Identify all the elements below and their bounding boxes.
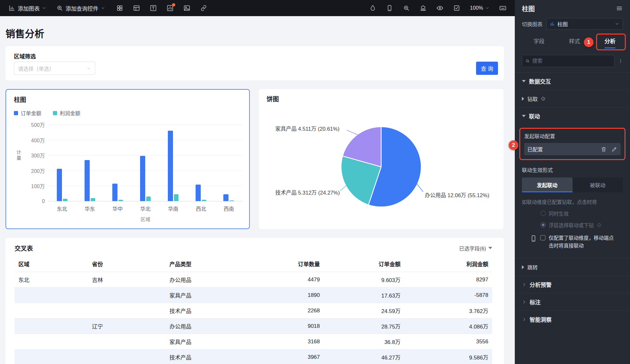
query-button[interactable]: 查 询	[476, 62, 498, 75]
page-title: 销售分析	[5, 26, 44, 40]
bar-chart-card[interactable]: 柱图 订单金额利润金额 计量 500万400万300万200万100万0 东北华…	[5, 89, 250, 229]
section-annotation[interactable]: 标注	[515, 293, 630, 310]
bar-利润金额[interactable]	[146, 197, 151, 201]
todo-check-icon[interactable]	[453, 5, 460, 12]
mobile-linkage-checkbox[interactable]	[540, 235, 545, 240]
section-analysis-alert[interactable]: 分析预警	[515, 276, 630, 293]
bar-chart-icon	[550, 22, 554, 26]
linkage-effect-tabs: 发起联动 被联动	[522, 177, 623, 192]
section-label: 钻取	[527, 95, 538, 103]
table-row[interactable]: 家具产品189017.63万-5878	[15, 288, 492, 303]
legend-label: 利润金额	[60, 109, 80, 117]
edit-pencil-icon[interactable]	[611, 146, 617, 152]
pie[interactable]	[341, 127, 421, 207]
table-row[interactable]: 东北吉林办公用品44799.603万8297	[15, 272, 492, 288]
tab-receive-linkage[interactable]: 被联动	[573, 177, 623, 192]
bar-订单金额[interactable]	[168, 131, 173, 201]
bar-订单金额[interactable]	[196, 185, 201, 201]
radio-selected-icon[interactable]	[541, 222, 546, 228]
watermark-eye-icon[interactable]	[436, 5, 443, 12]
x-tick-label: 华中	[107, 205, 128, 212]
link-icon[interactable]	[200, 5, 207, 12]
legend-item[interactable]: 订单金额	[14, 109, 41, 117]
kebab-menu-icon[interactable]	[618, 59, 623, 63]
mobile-preview-icon[interactable]	[386, 5, 393, 12]
tab-analysis[interactable]: 分析	[599, 37, 621, 48]
linkage-header[interactable]: 联动	[515, 107, 630, 125]
phone-icon	[530, 235, 537, 242]
column-header[interactable]: 省份	[88, 260, 166, 268]
chevron-down-icon	[86, 66, 91, 71]
cross-table: 区域省份产品类型订单数量订单金额利润金额 东北吉林办公用品44799.603万8…	[15, 256, 492, 364]
section-drill[interactable]: 钻取	[515, 90, 630, 107]
tab-initiate-linkage[interactable]: 发起联动	[522, 177, 573, 192]
components-icon[interactable]	[420, 5, 427, 12]
keyboard-shortcuts-icon[interactable]	[499, 5, 506, 12]
option-overlay-choose[interactable]: 浮层选择联动或下钻	[522, 221, 623, 228]
layout-icon[interactable]	[133, 5, 140, 12]
search-input[interactable]	[532, 58, 611, 64]
column-header[interactable]: 订单数量	[259, 260, 324, 268]
y-tick-label: 500万	[31, 121, 45, 128]
collapse-panel-icon[interactable]	[616, 5, 623, 12]
column-header[interactable]: 产品类型	[166, 260, 259, 268]
bar-利润金额[interactable]	[118, 200, 123, 201]
linkage-configured-row[interactable]: 已配置	[524, 143, 621, 155]
cross-table-card: 交叉表 已选字段(6) 区域省份产品类型订单数量订单金额利润金额 东北吉林办公用…	[5, 238, 504, 364]
table-cell: 17.63万	[324, 291, 404, 299]
image-icon[interactable]	[183, 5, 190, 12]
search-icon	[525, 59, 530, 63]
add-query-control-button[interactable]: 添加查询控件	[56, 4, 105, 12]
section-smart-insight[interactable]: 智能洞察	[515, 310, 630, 328]
bar-利润金额[interactable]	[229, 200, 234, 201]
bar-订单金额[interactable]	[85, 160, 90, 201]
chart-widget-icon[interactable]	[167, 5, 174, 12]
region-select[interactable]: 请选择（单选）	[14, 62, 95, 75]
section-label: 智能洞察	[530, 315, 552, 323]
bar-利润金额[interactable]	[91, 198, 95, 201]
text-icon[interactable]	[150, 5, 157, 12]
option-same-time[interactable]: 同时生效	[522, 210, 623, 217]
y-tick-label: 400万	[31, 136, 45, 144]
column-header[interactable]: 订单金额	[324, 260, 404, 268]
panel-search[interactable]	[522, 55, 615, 67]
table-row[interactable]: 技术产品226824.59万3.762万	[15, 303, 492, 318]
widgets-icon[interactable]	[116, 5, 123, 12]
annotation-step-2: 2	[509, 140, 518, 150]
annotation-box-2: 发起联动配置 已配置 2	[519, 128, 625, 160]
tab-fields[interactable]: 字段	[528, 37, 550, 48]
pie-label-office: 办公用品 12.06万 (55.12%)	[425, 191, 489, 199]
bar-订单金额[interactable]	[140, 156, 145, 201]
add-chart-button[interactable]: 添加图表	[8, 4, 46, 12]
chart-type-select[interactable]: 柱图	[546, 18, 623, 30]
selected-fields-dropdown[interactable]: 已选字段(6)	[459, 244, 492, 252]
bar-利润金额[interactable]	[202, 200, 206, 201]
table-cell: 4.086万	[404, 322, 492, 330]
column-header[interactable]: 利润金额	[404, 260, 492, 268]
bar-订单金额[interactable]	[57, 169, 62, 201]
search-settings-icon[interactable]	[403, 5, 410, 12]
bar-利润金额[interactable]	[174, 194, 178, 201]
section-data-interaction[interactable]: 数据交互	[515, 72, 630, 90]
settings-panel: 柱图 切换图表 柱图 字段 样式 分析 1 数据交互 钻取	[515, 0, 630, 364]
chevron-right-icon	[522, 97, 524, 101]
table-row[interactable]: 技术产品396746.27万9.586万	[15, 349, 492, 364]
section-jump[interactable]: 跳转	[515, 258, 630, 276]
x-tick-label: 华北	[135, 205, 156, 212]
tab-style[interactable]: 样式	[563, 37, 586, 48]
theme-icon[interactable]	[369, 5, 376, 12]
column-header[interactable]: 区域	[15, 260, 88, 268]
trash-icon[interactable]	[601, 146, 607, 152]
region-filter-card: 区域筛选 请选择（单选） 查 询	[5, 46, 504, 80]
pie-chart-card[interactable]: 饼图 家具产品 4.511万 (20.61%) 技术产品 5.312万 (24.…	[259, 89, 503, 229]
bar-利润金额[interactable]	[63, 199, 67, 201]
angle-right-icon	[522, 317, 526, 322]
radio-unselected-icon[interactable]	[541, 211, 546, 216]
y-tick-label: 300万	[31, 151, 45, 159]
bar-订单金额[interactable]	[223, 194, 229, 201]
legend-item[interactable]: 利润金额	[53, 109, 80, 117]
table-row[interactable]: 辽宁办公用品901828.75万4.086万	[15, 318, 492, 334]
table-row[interactable]: 家具产品316836.8万3556	[15, 334, 492, 349]
bar-订单金额[interactable]	[112, 184, 117, 201]
zoom-select[interactable]: 100%	[470, 5, 490, 11]
